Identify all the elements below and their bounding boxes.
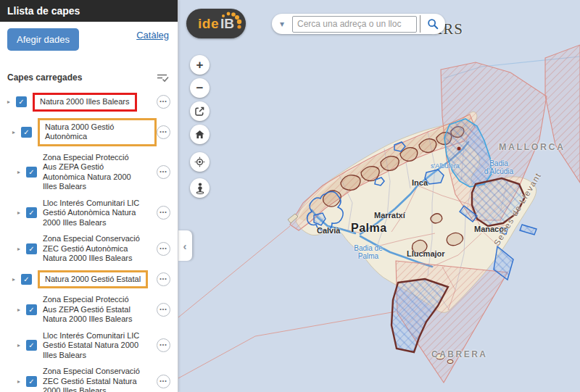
layer-list-check-icon[interactable] xyxy=(156,72,169,83)
layer-label[interactable]: Lloc Interés Comunitari LIC Gestió Auton… xyxy=(43,199,144,228)
layer-checkbox[interactable]: ✓ xyxy=(21,127,32,138)
layer-options-button[interactable]: ••• xyxy=(157,125,170,139)
expand-triangle-icon[interactable]: ▸ xyxy=(17,169,24,175)
layer-options-button[interactable]: ••• xyxy=(157,242,170,256)
layer-label[interactable]: Zona Especial Conservació ZEC Gestió Aut… xyxy=(43,234,144,264)
search-icon xyxy=(426,17,439,30)
layer-label[interactable]: Lloc Interés Comunitari LIC Gestió Estat… xyxy=(43,331,144,361)
search-dropdown-button[interactable]: ▾ xyxy=(272,19,292,29)
street-view-button[interactable] xyxy=(190,178,210,198)
layer-label[interactable]: Natura 2000 Gestió Autonòmica xyxy=(38,118,157,146)
expand-triangle-icon[interactable]: ▸ xyxy=(17,378,24,385)
logo-text-ide: ide xyxy=(198,16,219,32)
layer-checkbox[interactable]: ✓ xyxy=(26,376,37,387)
layer-checkbox[interactable]: ✓ xyxy=(26,207,37,218)
layer-row: ▸✓Zona Especial Protecció Aus ZEPA Gesti… xyxy=(17,153,172,192)
expand-triangle-icon[interactable]: ▸ xyxy=(17,342,24,349)
layer-options-button[interactable]: ••• xyxy=(157,375,170,388)
search-input[interactable] xyxy=(292,16,417,33)
layer-checkbox[interactable]: ✓ xyxy=(26,304,37,315)
locate-button[interactable] xyxy=(190,152,210,172)
layer-options-button[interactable]: ••• xyxy=(157,338,170,352)
layer-row: ▸✓Zona Especial Conservació ZEC Gestió E… xyxy=(17,367,172,392)
layer-label[interactable]: Zona Especial Protecció Aus ZEPA Gestió … xyxy=(43,295,144,325)
logo-dots-icon xyxy=(218,10,243,38)
expand-triangle-icon[interactable]: ▸ xyxy=(12,129,19,135)
layer-label[interactable]: Natura 2000 Illes Balears xyxy=(33,93,137,112)
home-button[interactable] xyxy=(190,125,210,144)
layer-options-button[interactable]: ••• xyxy=(157,95,170,109)
map-toolbar: + − xyxy=(190,55,210,198)
layer-panel: Llista de capes Afegir dades Catàleg Cap… xyxy=(0,0,178,392)
layer-label[interactable]: Zona Especial Protecció Aus ZEPA Gestió … xyxy=(43,153,144,192)
search-bar: ▾ xyxy=(272,14,445,34)
layer-options-button[interactable]: ••• xyxy=(157,272,170,286)
street-view-pegman-icon xyxy=(194,181,207,195)
catalog-link[interactable]: Catàleg xyxy=(136,30,169,41)
expand-triangle-icon[interactable]: ▸ xyxy=(12,276,19,283)
search-button[interactable] xyxy=(420,15,445,33)
layer-checkbox[interactable]: ✓ xyxy=(21,274,32,285)
layer-row: ▸✓Natura 2000 Gestió Autonòmica••• xyxy=(12,118,172,146)
layer-checkbox[interactable]: ✓ xyxy=(26,340,37,351)
layer-options-button[interactable]: ••• xyxy=(157,206,170,220)
layer-row: ▸✓Zona Especial Conservació ZEC Gestió A… xyxy=(17,234,172,264)
layer-checkbox[interactable]: ✓ xyxy=(26,243,37,254)
sidebar-collapse-button[interactable]: ‹ xyxy=(178,230,192,261)
export-icon xyxy=(194,105,206,117)
layer-row: ▸✓Lloc Interés Comunitari LIC Gestió Aut… xyxy=(17,199,172,228)
layer-label[interactable]: Natura 2000 Gestió Estatal xyxy=(38,270,148,289)
layer-row: ▸✓Lloc Interés Comunitari LIC Gestió Est… xyxy=(17,331,172,361)
layer-label[interactable]: Zona Especial Conservació ZEC Gestió Est… xyxy=(43,367,144,392)
layer-row: ▸✓Natura 2000 Gestió Estatal••• xyxy=(12,270,172,289)
expand-triangle-icon[interactable]: ▸ xyxy=(17,246,24,252)
map-point-marker xyxy=(457,147,461,151)
app-root: ARS MALLORCA Badia d'Alcúdia s'Albufera … xyxy=(0,0,580,392)
zoom-out-button[interactable]: − xyxy=(190,78,210,98)
ideib-logo: ideIB xyxy=(186,9,246,38)
expand-triangle-icon[interactable]: ▸ xyxy=(7,99,14,105)
expand-triangle-icon[interactable]: ▸ xyxy=(17,306,24,313)
layer-options-button[interactable]: ••• xyxy=(157,165,170,179)
layer-row: ▸✓Zona Especial Protecció Aus ZEPA Gesti… xyxy=(17,295,172,325)
layer-checkbox[interactable]: ✓ xyxy=(26,167,37,178)
loaded-layers-label: Capes carregades xyxy=(7,72,82,83)
minus-icon: − xyxy=(196,81,204,96)
expand-triangle-icon[interactable]: ▸ xyxy=(17,209,24,216)
layer-tree: ▸✓Natura 2000 Illes Balears•••▸✓Natura 2… xyxy=(0,87,178,392)
layer-options-button[interactable]: ••• xyxy=(157,303,170,317)
home-icon xyxy=(194,128,206,141)
chevron-down-icon: ▾ xyxy=(280,19,284,29)
layer-row: ▸✓Natura 2000 Illes Balears••• xyxy=(7,93,172,112)
locate-icon xyxy=(194,156,206,168)
add-data-button[interactable]: Afegir dades xyxy=(7,28,79,51)
chevron-left-icon: ‹ xyxy=(183,240,187,252)
panel-title: Llista de capes xyxy=(0,0,178,22)
zoom-in-button[interactable]: + xyxy=(190,55,210,75)
layer-checkbox[interactable]: ✓ xyxy=(16,96,27,107)
export-view-button[interactable] xyxy=(190,101,210,121)
plus-icon: + xyxy=(196,58,204,72)
